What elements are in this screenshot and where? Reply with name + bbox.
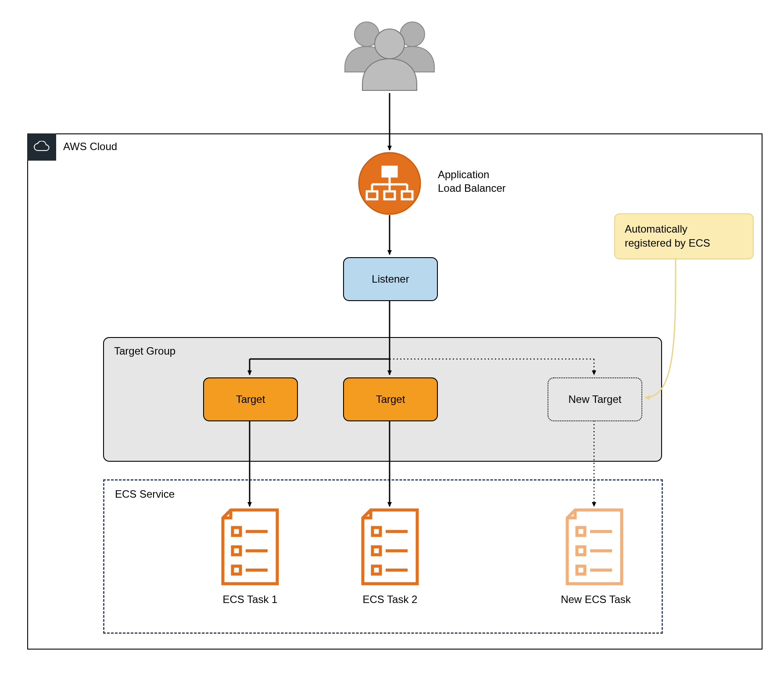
- ecs-service-container: [103, 479, 663, 634]
- callout-box: Automatically registered by ECS: [614, 213, 754, 259]
- new-target-box: New Target: [548, 377, 642, 421]
- ecs-task-1-label: ECS Task 1: [211, 593, 290, 606]
- target-label-2: Target: [376, 393, 405, 406]
- callout-line2: registered by ECS: [625, 236, 743, 250]
- ecs-task-2-label: ECS Task 2: [351, 593, 430, 606]
- aws-cloud-tab: [27, 133, 56, 161]
- alb-label-line1: Application: [438, 168, 506, 181]
- target-label-1: Target: [236, 393, 265, 406]
- svg-point-2: [375, 29, 405, 59]
- new-ecs-task-label: New ECS Task: [552, 593, 640, 606]
- alb-label-line2: Load Balancer: [438, 181, 506, 195]
- users-icon: [345, 22, 434, 90]
- ecs-service-label: ECS Service: [115, 488, 175, 500]
- svg-point-0: [354, 22, 379, 47]
- target-box-2: Target: [343, 377, 438, 421]
- cloud-icon: [33, 141, 50, 153]
- callout-line1: Automatically: [625, 222, 743, 236]
- aws-cloud-label: AWS Cloud: [63, 140, 117, 153]
- alb-label: Application Load Balancer: [438, 168, 506, 195]
- new-target-label: New Target: [569, 393, 622, 406]
- target-group-label: Target Group: [114, 345, 175, 357]
- diagram-canvas: AWS Cloud Target Group ECS Service Liste…: [0, 0, 784, 675]
- svg-point-1: [400, 22, 425, 47]
- target-box-1: Target: [203, 377, 298, 421]
- listener-box: Listener: [343, 257, 438, 301]
- listener-label: Listener: [372, 273, 409, 285]
